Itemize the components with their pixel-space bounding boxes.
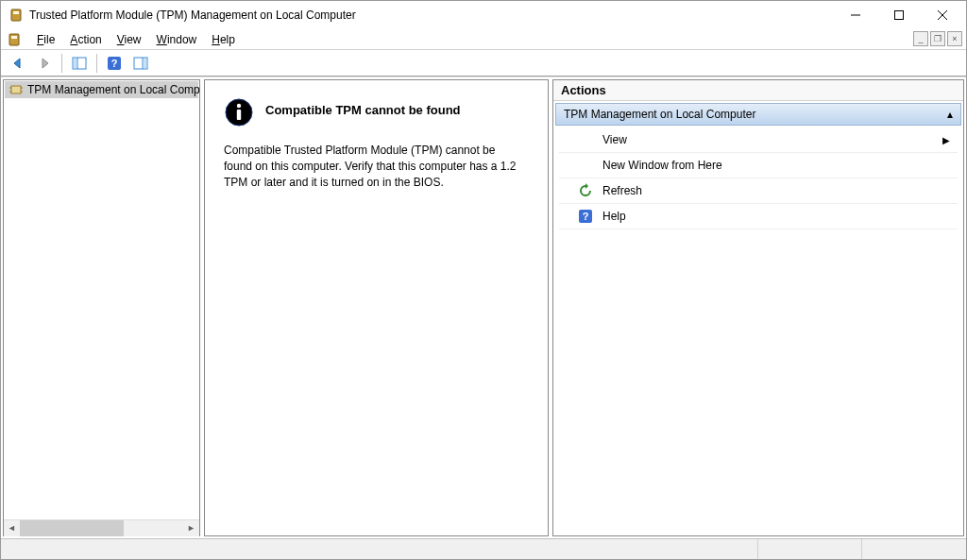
status-section-main	[1, 539, 758, 559]
actions-section-label: TPM Management on Local Computer	[564, 108, 755, 121]
mdi-restore-button[interactable]: ❐	[930, 31, 945, 46]
svg-rect-6	[9, 34, 19, 45]
menu-window[interactable]: Window	[149, 31, 205, 48]
info-heading: Compatible TPM cannot be found	[265, 103, 461, 117]
content-area: TPM Management on Local Comp ◄ ► Compati…	[1, 76, 966, 538]
tree-root-label: TPM Management on Local Comp	[27, 83, 199, 96]
action-view[interactable]: View ▶	[559, 127, 958, 153]
action-view-label: View	[602, 133, 933, 146]
collapse-icon: ▴	[947, 108, 953, 121]
tree-panel: TPM Management on Local Comp ◄ ►	[3, 79, 200, 536]
tpm-chip-icon	[8, 82, 24, 97]
submenu-arrow-icon: ▶	[942, 135, 950, 145]
menubar: File Action View Window Help _ ❐ ×	[1, 29, 966, 50]
mdi-close-button[interactable]: ×	[947, 31, 962, 46]
app-icon	[8, 8, 24, 23]
blank-icon	[578, 132, 593, 147]
window-title: Trusted Platform Module (TPM) Management…	[29, 8, 834, 22]
show-hide-action-pane-button[interactable]	[129, 52, 152, 75]
svg-text:?: ?	[111, 58, 118, 69]
svg-rect-23	[237, 110, 241, 120]
action-help-label: Help	[602, 210, 950, 223]
menu-action[interactable]: Action	[62, 31, 109, 48]
info-heading-row: Compatible TPM cannot be found	[224, 97, 529, 127]
app-small-icon	[7, 32, 22, 47]
help-icon: ?	[578, 209, 593, 224]
actions-title: Actions	[553, 80, 963, 101]
svg-rect-15	[144, 59, 146, 68]
svg-text:?: ?	[583, 211, 589, 222]
toolbar-separator	[96, 54, 97, 73]
action-refresh[interactable]: Refresh	[559, 178, 958, 204]
help-button[interactable]: ?	[103, 52, 126, 75]
action-help[interactable]: ? Help	[559, 204, 958, 229]
mdi-minimize-button[interactable]: _	[913, 31, 928, 46]
action-new-window[interactable]: New Window from Here	[559, 153, 958, 178]
menu-help[interactable]: Help	[204, 31, 243, 48]
close-button[interactable]	[921, 1, 964, 29]
svg-point-22	[237, 104, 241, 108]
tree-view[interactable]: TPM Management on Local Comp	[4, 80, 199, 519]
mdi-controls: _ ❐ ×	[913, 31, 962, 46]
back-button[interactable]	[7, 52, 29, 75]
minimize-button[interactable]	[834, 1, 877, 29]
toolbar: ?	[1, 50, 966, 76]
menu-view[interactable]: View	[110, 31, 149, 48]
svg-rect-10	[74, 59, 76, 68]
status-section-2	[758, 539, 862, 559]
scroll-left-arrow[interactable]: ◄	[4, 520, 20, 536]
details-panel: Compatible TPM cannot be found Compatibl…	[204, 79, 549, 536]
titlebar: Trusted Platform Module (TPM) Management…	[1, 1, 966, 29]
maximize-button[interactable]	[877, 1, 921, 29]
show-hide-tree-button[interactable]	[68, 52, 91, 75]
actions-panel: Actions TPM Management on Local Computer…	[552, 79, 964, 536]
horizontal-scrollbar[interactable]: ◄ ►	[4, 519, 199, 535]
svg-rect-1	[13, 11, 19, 14]
action-new-window-label: New Window from Here	[602, 159, 950, 172]
actions-section-header[interactable]: TPM Management on Local Computer ▴	[555, 103, 961, 126]
info-body-text: Compatible Trusted Platform Module (TPM)…	[224, 143, 526, 190]
forward-button[interactable]	[33, 52, 56, 75]
svg-rect-16	[11, 86, 21, 93]
scroll-thumb[interactable]	[20, 520, 124, 536]
statusbar	[1, 538, 966, 559]
scroll-right-arrow[interactable]: ►	[183, 520, 199, 536]
blank-icon	[578, 158, 593, 173]
svg-rect-7	[11, 36, 17, 39]
scroll-track[interactable]	[20, 520, 183, 536]
status-section-3	[862, 539, 966, 559]
toolbar-separator	[61, 54, 62, 73]
window-controls	[834, 1, 964, 29]
refresh-icon	[578, 183, 593, 198]
svg-rect-3	[895, 11, 904, 20]
menu-file[interactable]: File	[29, 31, 62, 48]
info-icon	[224, 97, 254, 127]
action-refresh-label: Refresh	[602, 184, 950, 197]
tree-root-item[interactable]: TPM Management on Local Comp	[5, 81, 198, 98]
svg-rect-0	[11, 9, 21, 21]
